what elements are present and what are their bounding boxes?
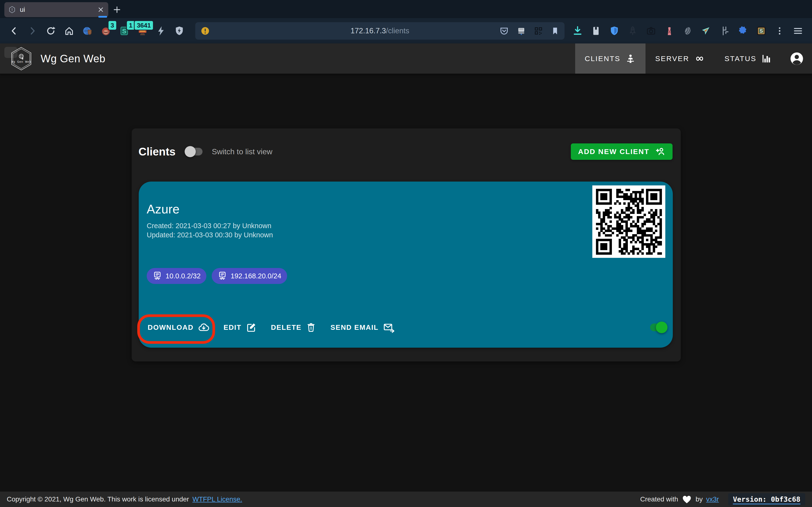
clients-panel-header: Clients Switch to list view ADD NEW CLIE… [139,143,672,161]
ext-monster-badge: 3 [108,20,117,31]
author-link[interactable]: vx3r [706,495,719,503]
kebab-menu-icon[interactable] [772,23,788,39]
tab-container-indicator [98,16,107,18]
stylus-tile-icon[interactable]: S [754,23,769,39]
edit-label: EDIT [223,324,242,332]
ext-monster-icon[interactable]: 3 [98,23,114,39]
add-new-client-label: ADD NEW CLIENT [578,148,649,156]
blue-shield-icon[interactable] [607,23,622,39]
puzzle-icon[interactable] [735,23,751,39]
reload-icon[interactable] [43,23,58,39]
svg-text:IP: IP [221,273,224,276]
account-circle-icon [789,51,804,66]
server-page-action-icon[interactable] [516,26,526,36]
edit-button[interactable]: EDIT [223,322,257,333]
by-text: by [696,495,703,503]
vpn-knot-icon [694,53,705,64]
ext-shield-bolt-icon[interactable] [171,23,187,39]
lighthouse-icon[interactable] [662,23,677,39]
tab-close-icon[interactable] [97,6,104,13]
client-ip-chips: IP 10.0.0.2/32 IP 192.168.20.0/24 [147,268,287,284]
nav-clients-label: CLIENTS [585,55,621,63]
url-bar[interactable]: 172.16.7.3/clients [195,22,564,40]
nav-status-button[interactable]: STATUS [715,44,781,74]
svg-text:S: S [760,28,763,33]
client-enabled-toggle[interactable] [650,324,666,331]
back-icon[interactable] [6,23,22,39]
browser-tab[interactable]: ui [4,2,108,17]
url-host: 172.16.7.3 [350,26,386,35]
hamburger-menu-icon[interactable] [790,23,806,39]
downloads-icon[interactable] [570,23,585,39]
app-header: Wg Gen Web Wg Gen Web CLIENTS SERVER STA… [0,44,812,74]
ext-lightning-icon[interactable] [153,23,169,39]
home-icon[interactable] [61,23,77,39]
send-email-button[interactable]: SEND EMAIL [331,322,394,333]
trash-icon [306,322,316,333]
send-email-label: SEND EMAIL [331,324,378,332]
tab-title: ui [20,6,97,13]
account-network-icon [625,53,636,64]
ext-globe-shield-icon[interactable] [80,23,95,39]
client-updated: Updated: 2021-03-03 00:30 by Unknown [147,230,273,239]
license-link[interactable]: WTFPL License. [192,495,242,503]
pocket-icon[interactable] [499,26,509,36]
ext-screen-icon[interactable]: 3641 [135,23,150,39]
client-created: Created: 2021-03-03 00:27 by Unknown [147,221,273,230]
email-send-icon [383,322,394,333]
add-new-client-button[interactable]: ADD NEW CLIENT [571,144,672,160]
ip-chip[interactable]: IP 10.0.0.2/32 [147,268,206,284]
client-qr-code[interactable] [592,185,665,258]
footer-right: Created with by vx3r Version: 0bf3c68 [640,493,805,505]
ip-network-icon: IP [217,271,227,281]
ip-chip[interactable]: IP 192.168.20.0/24 [212,268,287,284]
app-footer: Copyright © 2021, Wg Gen Web. This work … [0,492,812,507]
account-plus-icon [654,146,665,157]
list-view-toggle-label: Switch to list view [212,147,272,156]
camera-icon[interactable] [643,23,659,39]
clients-panel: Clients Switch to list view ADD NEW CLIE… [132,128,681,361]
bookmark-icon[interactable] [551,26,560,36]
created-with-text: Created with [640,495,678,503]
copyright-text: Copyright © 2021, Wg Gen Web. This work … [7,495,189,503]
cloud-download-icon [198,322,209,333]
coffee-bean-icon[interactable] [680,23,696,39]
client-name: Azure [147,202,180,216]
client-actions: DOWNLOAD EDIT DELETE SEND EMAIL [148,316,394,339]
permissions-warning-icon[interactable] [200,26,210,36]
list-view-toggle[interactable] [186,148,203,156]
ext-screen-badge: 3641 [134,20,154,31]
toggle-knob [656,322,667,333]
download-button[interactable]: DOWNLOAD [148,322,209,333]
forward-icon[interactable] [24,23,40,39]
delete-button[interactable]: DELETE [271,322,316,333]
svg-text:Wg Gen Web: Wg Gen Web [11,60,31,63]
globe-cursor-icon [19,54,24,60]
ip-chip-label: 10.0.0.2/32 [165,272,201,280]
fork-icon[interactable] [717,23,732,39]
browser-toolbar: 3 S 1 3641 172.16.7.3/clients [0,18,812,44]
send-arrow-icon[interactable] [698,23,714,39]
account-avatar-button[interactable] [781,44,812,74]
app-logo: Wg Gen Web [10,47,33,71]
square-edit-icon [246,322,257,333]
heart-icon [681,494,692,505]
nav-server-button[interactable]: SERVER [646,44,715,74]
ext-stylus-icon[interactable]: S 1 [116,23,132,39]
ip-network-icon: IP [152,271,162,281]
screen: { "browser": { "tab": { "title": "ui" },… [0,0,812,507]
page-title: Clients [139,145,175,158]
version-badge[interactable]: Version: 0bf3c68 [728,493,805,505]
client-card: Azure Created: 2021-03-03 00:27 by Unkno… [139,181,673,348]
new-tab-button[interactable] [111,3,123,16]
qr-page-action-icon[interactable] [534,26,543,36]
library-icon[interactable] [588,23,604,39]
nav-status-label: STATUS [724,55,756,63]
rocket-icon[interactable] [625,23,641,39]
svg-text:S: S [122,27,126,35]
download-label: DOWNLOAD [148,324,194,332]
delete-label: DELETE [271,324,301,332]
nav-clients-button[interactable]: CLIENTS [575,44,646,74]
browser-tab-strip: ui [0,0,812,18]
nav-server-label: SERVER [655,55,689,63]
